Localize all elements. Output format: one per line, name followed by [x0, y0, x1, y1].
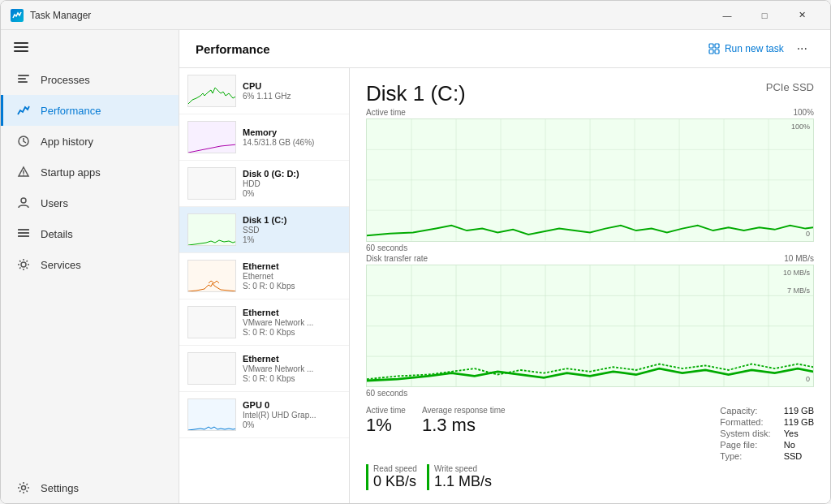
sidebar-item-details[interactable]: Details: [1, 218, 179, 249]
sidebar-item-app-history[interactable]: App history: [1, 126, 179, 157]
app-icon: [11, 9, 24, 22]
ethernet0-type: Ethernet: [243, 272, 341, 281]
disk0-info: Disk 0 (G: D:) HDD 0%: [243, 169, 341, 198]
ethernet1-thumbnail: [187, 306, 236, 338]
ethernet2-thumbnail: [187, 352, 236, 385]
perf-item-disk0[interactable]: Disk 0 (G: D:) HDD 0%: [179, 161, 349, 207]
app-history-icon: [16, 134, 31, 149]
cpu-detail: 6% 1.11 GHz: [243, 92, 341, 101]
system-disk-label: System disk:: [720, 429, 770, 438]
processes-label: Processes: [41, 74, 90, 86]
window-title: Task Manager: [30, 10, 708, 21]
read-speed-block: Read speed 0 KB/s: [366, 464, 417, 490]
avg-response-stat: Average response time 1.3 ms: [422, 406, 506, 461]
svg-rect-2: [18, 81, 28, 83]
capacity-label: Capacity:: [720, 406, 770, 416]
cpu-thumbnail: [187, 75, 236, 107]
run-new-task-button[interactable]: Run new task: [702, 40, 790, 58]
gpu0-model: Intel(R) UHD Grap...: [243, 411, 341, 420]
cpu-name: CPU: [243, 81, 341, 91]
chart2-max-label: 10 MB/s: [783, 269, 810, 277]
chart2-min-label: 0: [806, 375, 810, 383]
startup-apps-label: Startup apps: [41, 166, 101, 179]
perf-item-ethernet0[interactable]: Ethernet Ethernet S: 0 R: 0 Kbps: [179, 253, 349, 299]
svg-rect-1: [18, 78, 26, 80]
svg-point-10: [21, 262, 26, 267]
main-body: CPU 6% 1.11 GHz Memory: [179, 68, 830, 503]
services-label: Services: [41, 259, 81, 271]
disk0-usage: 0%: [243, 189, 341, 198]
maximize-button[interactable]: □: [746, 1, 783, 30]
memory-info: Memory 14.5/31.8 GB (46%): [243, 127, 341, 147]
svg-rect-8: [18, 232, 29, 234]
active-time-chart: 100% 0: [366, 118, 814, 242]
ethernet2-name: Ethernet: [243, 354, 341, 364]
speed-block: Read speed 0 KB/s Write speed 1.1 MB/s: [366, 464, 814, 490]
more-options-button[interactable]: ···: [790, 38, 814, 59]
ethernet2-info: Ethernet VMware Network ... S: 0 R: 0 Kb…: [243, 354, 341, 383]
disk0-name: Disk 0 (G: D:): [243, 169, 341, 179]
disk0-thumbnail: [187, 167, 236, 200]
disk1-type: SSD: [243, 226, 341, 235]
chart2-seconds: 60 seconds: [366, 389, 814, 398]
gpu0-info: GPU 0 Intel(R) UHD Grap... 0%: [243, 400, 341, 429]
main-header: Performance Run new task ···: [179, 30, 830, 68]
sidebar-item-services[interactable]: Services: [1, 249, 179, 280]
window-controls: — □ ✕: [708, 1, 820, 30]
performance-list: CPU 6% 1.11 GHz Memory: [179, 68, 350, 503]
chart1-max-label: 100%: [791, 123, 810, 131]
chart-section: Active time 100%: [366, 108, 814, 399]
sidebar-item-users[interactable]: Users: [1, 187, 179, 218]
svg-rect-15: [715, 50, 719, 54]
svg-rect-21: [188, 353, 236, 385]
sidebar-item-startup-apps[interactable]: Startup apps: [1, 157, 179, 187]
services-icon: [16, 257, 31, 272]
formatted-label: Formatted:: [720, 417, 770, 427]
svg-point-11: [22, 486, 26, 490]
chart2-label: Disk transfer rate: [366, 254, 428, 263]
cpu-info: CPU 6% 1.11 GHz: [243, 81, 341, 101]
perf-item-ethernet2[interactable]: Ethernet VMware Network ... S: 0 R: 0 Kb…: [179, 346, 349, 392]
app-history-label: App history: [41, 136, 93, 148]
perf-item-gpu0[interactable]: GPU 0 Intel(R) UHD Grap... 0%: [179, 392, 349, 438]
gpu0-usage: 0%: [243, 420, 341, 429]
ethernet0-name: Ethernet: [243, 261, 341, 271]
main-header-title: Performance: [196, 42, 702, 56]
ethernet0-thumbnail: [187, 260, 236, 292]
capacity-value: 119 GB: [784, 406, 814, 416]
chart1-seconds: 60 seconds: [366, 243, 814, 252]
settings-icon: [16, 480, 31, 495]
svg-point-5: [23, 174, 24, 175]
ethernet1-info: Ethernet VMware Network ... S: 0 R: 0 Kb…: [243, 308, 341, 337]
sidebar-item-settings[interactable]: Settings: [1, 472, 179, 503]
performance-icon: [16, 103, 31, 118]
svg-rect-20: [188, 307, 236, 338]
startup-apps-icon: [16, 165, 31, 179]
ethernet0-speed: S: 0 R: 0 Kbps: [243, 282, 341, 291]
perf-item-disk1[interactable]: Disk 1 (C:) SSD 1%: [179, 207, 349, 253]
svg-rect-16: [188, 122, 236, 153]
chart1-min-label: 0: [806, 230, 810, 238]
svg-rect-12: [709, 44, 713, 48]
perf-item-cpu[interactable]: CPU 6% 1.11 GHz: [179, 68, 349, 114]
disk0-type: HDD: [243, 179, 341, 188]
sidebar: Processes Performance App history Startu…: [1, 30, 179, 503]
disk-detail-panel: Disk 1 (C:) PCIe SSD Active time 100%: [350, 68, 830, 503]
sidebar-item-performance[interactable]: Performance: [1, 95, 179, 126]
close-button[interactable]: ✕: [783, 1, 820, 30]
type-label: Type:: [720, 451, 770, 461]
details-label: Details: [41, 228, 73, 240]
perf-item-memory[interactable]: Memory 14.5/31.8 GB (46%): [179, 114, 349, 161]
disk-header: Disk 1 (C:) PCIe SSD: [366, 81, 814, 106]
titlebar: Task Manager — □ ✕: [1, 1, 830, 30]
avg-response-label: Average response time: [422, 406, 506, 415]
chart2-mid-label: 7 MB/s: [787, 286, 810, 295]
ethernet2-speed: S: 0 R: 0 Kbps: [243, 374, 341, 383]
users-label: Users: [41, 197, 68, 209]
minimize-button[interactable]: —: [708, 1, 746, 30]
ethernet1-name: Ethernet: [243, 308, 341, 317]
perf-item-ethernet1[interactable]: Ethernet VMware Network ... S: 0 R: 0 Kb…: [179, 299, 349, 346]
memory-name: Memory: [243, 127, 341, 137]
sidebar-item-processes[interactable]: Processes: [1, 64, 179, 95]
hamburger-menu[interactable]: [1, 30, 179, 64]
